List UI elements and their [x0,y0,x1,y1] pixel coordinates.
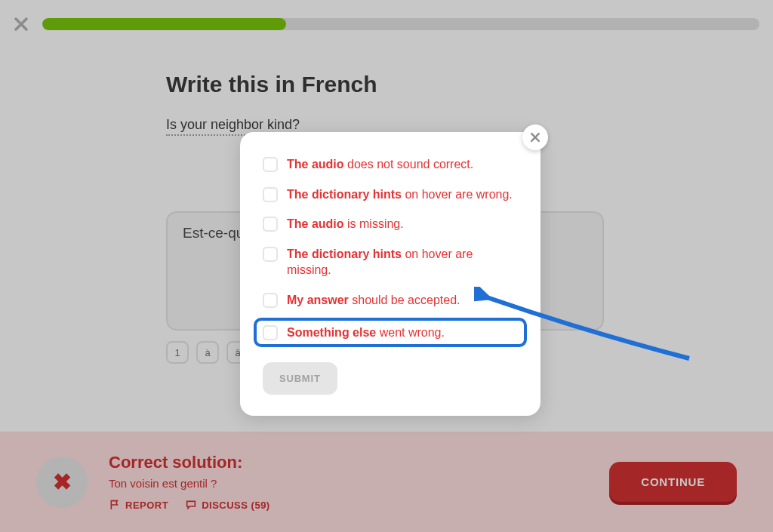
report-options-list: The audio does not sound correct.The dic… [263,155,518,344]
report-option[interactable]: Something else went wrong. [257,321,524,345]
option-text: The audio is missing. [287,216,404,232]
checkbox[interactable] [263,325,278,340]
checkbox[interactable] [263,247,278,262]
checkbox[interactable] [263,187,278,202]
report-option[interactable]: My answer should be accepted. [263,291,518,310]
checkbox[interactable] [263,157,278,172]
modal-close-button[interactable] [522,125,548,150]
checkbox[interactable] [263,293,278,308]
option-text: The audio does not sound correct. [287,156,473,173]
option-text: The dictionary hints on hover are missin… [287,246,518,278]
close-icon [529,131,541,143]
submit-report-button[interactable]: SUBMIT [263,362,337,395]
report-option[interactable]: The dictionary hints on hover are missin… [263,244,518,280]
option-text: Something else went wrong. [287,324,445,341]
report-option[interactable]: The audio does not sound correct. [263,155,518,174]
report-modal: The audio does not sound correct.The dic… [240,132,540,416]
option-text: My answer should be accepted. [287,292,460,309]
report-option[interactable]: The audio is missing. [263,214,518,234]
report-option[interactable]: The dictionary hints on hover are wrong. [263,185,518,204]
checkbox[interactable] [263,217,278,232]
option-text: The dictionary hints on hover are wrong. [287,186,513,203]
